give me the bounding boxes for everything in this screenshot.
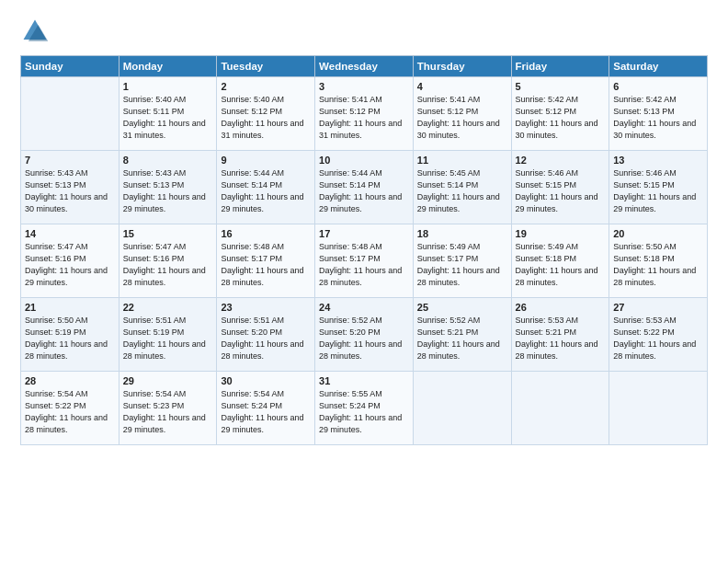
day-info: Sunrise: 5:41 AMSunset: 5:12 PMDaylight:… — [417, 94, 507, 142]
day-number: 23 — [221, 302, 311, 313]
day-number: 25 — [417, 302, 507, 313]
calendar-cell: 26Sunrise: 5:53 AMSunset: 5:21 PMDayligh… — [511, 298, 609, 372]
calendar-cell: 21Sunrise: 5:50 AMSunset: 5:19 PMDayligh… — [21, 298, 119, 372]
calendar-cell: 12Sunrise: 5:46 AMSunset: 5:15 PMDayligh… — [511, 151, 609, 224]
day-info: Sunrise: 5:40 AMSunset: 5:11 PMDaylight:… — [123, 94, 213, 142]
day-number: 28 — [25, 375, 115, 386]
calendar-cell: 4Sunrise: 5:41 AMSunset: 5:12 PMDaylight… — [413, 77, 511, 151]
day-info: Sunrise: 5:48 AMSunset: 5:17 PMDaylight:… — [221, 241, 311, 289]
day-number: 27 — [613, 302, 703, 313]
day-number: 31 — [319, 375, 409, 386]
day-number: 20 — [613, 228, 703, 239]
day-info: Sunrise: 5:45 AMSunset: 5:14 PMDaylight:… — [417, 167, 507, 215]
calendar-cell: 17Sunrise: 5:48 AMSunset: 5:17 PMDayligh… — [315, 224, 414, 298]
day-info: Sunrise: 5:53 AMSunset: 5:21 PMDaylight:… — [516, 315, 606, 362]
calendar-cell: 7Sunrise: 5:43 AMSunset: 5:13 PMDaylight… — [21, 151, 119, 224]
calendar-cell — [413, 372, 511, 445]
calendar-cell: 8Sunrise: 5:43 AMSunset: 5:13 PMDaylight… — [119, 151, 217, 224]
day-number: 24 — [319, 302, 409, 313]
calendar-cell: 15Sunrise: 5:47 AMSunset: 5:16 PMDayligh… — [119, 224, 217, 298]
calendar-cell: 25Sunrise: 5:52 AMSunset: 5:21 PMDayligh… — [413, 298, 511, 372]
day-info: Sunrise: 5:47 AMSunset: 5:16 PMDaylight:… — [25, 241, 115, 289]
calendar-cell: 5Sunrise: 5:42 AMSunset: 5:12 PMDaylight… — [511, 77, 609, 151]
day-header: Tuesday — [217, 56, 315, 77]
day-info: Sunrise: 5:53 AMSunset: 5:22 PMDaylight:… — [613, 315, 703, 362]
day-number: 21 — [25, 302, 115, 313]
day-number: 18 — [417, 228, 507, 239]
calendar-week-row: 21Sunrise: 5:50 AMSunset: 5:19 PMDayligh… — [21, 298, 708, 372]
day-number: 17 — [319, 228, 409, 239]
day-info: Sunrise: 5:50 AMSunset: 5:19 PMDaylight:… — [25, 315, 115, 362]
day-number: 1 — [123, 81, 213, 92]
day-info: Sunrise: 5:42 AMSunset: 5:13 PMDaylight:… — [613, 94, 703, 142]
day-number: 11 — [417, 155, 507, 166]
header-row: SundayMondayTuesdayWednesdayThursdayFrid… — [21, 56, 708, 77]
day-info: Sunrise: 5:48 AMSunset: 5:17 PMDaylight:… — [319, 241, 409, 289]
calendar-cell: 2Sunrise: 5:40 AMSunset: 5:12 PMDaylight… — [217, 77, 315, 151]
day-info: Sunrise: 5:55 AMSunset: 5:24 PMDaylight:… — [319, 388, 409, 436]
day-info: Sunrise: 5:54 AMSunset: 5:22 PMDaylight:… — [25, 388, 115, 436]
calendar-cell: 31Sunrise: 5:55 AMSunset: 5:24 PMDayligh… — [315, 372, 414, 445]
day-info: Sunrise: 5:49 AMSunset: 5:17 PMDaylight:… — [417, 241, 507, 289]
calendar-cell: 6Sunrise: 5:42 AMSunset: 5:13 PMDaylight… — [609, 77, 708, 151]
day-number: 5 — [516, 81, 606, 92]
day-number: 14 — [25, 228, 115, 239]
calendar-cell: 1Sunrise: 5:40 AMSunset: 5:11 PMDaylight… — [119, 77, 217, 151]
day-number: 15 — [123, 228, 213, 239]
calendar-cell: 11Sunrise: 5:45 AMSunset: 5:14 PMDayligh… — [413, 151, 511, 224]
day-info: Sunrise: 5:47 AMSunset: 5:16 PMDaylight:… — [123, 241, 213, 289]
calendar-cell: 3Sunrise: 5:41 AMSunset: 5:12 PMDaylight… — [315, 77, 414, 151]
calendar-week-row: 28Sunrise: 5:54 AMSunset: 5:22 PMDayligh… — [21, 372, 708, 445]
day-number: 2 — [221, 81, 311, 92]
calendar-cell: 14Sunrise: 5:47 AMSunset: 5:16 PMDayligh… — [21, 224, 119, 298]
day-info: Sunrise: 5:44 AMSunset: 5:14 PMDaylight:… — [319, 167, 409, 215]
calendar-cell: 16Sunrise: 5:48 AMSunset: 5:17 PMDayligh… — [217, 224, 315, 298]
day-info: Sunrise: 5:43 AMSunset: 5:13 PMDaylight:… — [123, 167, 213, 215]
day-header: Sunday — [21, 56, 119, 77]
day-info: Sunrise: 5:46 AMSunset: 5:15 PMDaylight:… — [613, 167, 703, 215]
calendar-cell: 9Sunrise: 5:44 AMSunset: 5:14 PMDaylight… — [217, 151, 315, 224]
day-number: 19 — [516, 228, 606, 239]
calendar-cell: 13Sunrise: 5:46 AMSunset: 5:15 PMDayligh… — [609, 151, 708, 224]
calendar-cell: 20Sunrise: 5:50 AMSunset: 5:18 PMDayligh… — [609, 224, 708, 298]
day-info: Sunrise: 5:46 AMSunset: 5:15 PMDaylight:… — [516, 167, 606, 215]
day-number: 4 — [417, 81, 507, 92]
day-info: Sunrise: 5:40 AMSunset: 5:12 PMDaylight:… — [221, 94, 311, 142]
calendar-cell: 10Sunrise: 5:44 AMSunset: 5:14 PMDayligh… — [315, 151, 414, 224]
day-header: Monday — [119, 56, 217, 77]
day-number: 26 — [516, 302, 606, 313]
day-number: 7 — [25, 155, 115, 166]
calendar-cell: 28Sunrise: 5:54 AMSunset: 5:22 PMDayligh… — [21, 372, 119, 445]
day-header: Friday — [511, 56, 609, 77]
day-number: 16 — [221, 228, 311, 239]
day-info: Sunrise: 5:50 AMSunset: 5:18 PMDaylight:… — [613, 241, 703, 289]
calendar-week-row: 1Sunrise: 5:40 AMSunset: 5:11 PMDaylight… — [21, 77, 708, 151]
calendar-week-row: 14Sunrise: 5:47 AMSunset: 5:16 PMDayligh… — [21, 224, 708, 298]
calendar-cell: 22Sunrise: 5:51 AMSunset: 5:19 PMDayligh… — [119, 298, 217, 372]
day-info: Sunrise: 5:52 AMSunset: 5:21 PMDaylight:… — [417, 315, 507, 362]
day-number: 9 — [221, 155, 311, 166]
logo-icon — [20, 17, 50, 46]
day-number: 13 — [613, 155, 703, 166]
calendar-cell: 18Sunrise: 5:49 AMSunset: 5:17 PMDayligh… — [413, 224, 511, 298]
day-header: Thursday — [413, 56, 511, 77]
day-number: 10 — [319, 155, 409, 166]
calendar-cell: 19Sunrise: 5:49 AMSunset: 5:18 PMDayligh… — [511, 224, 609, 298]
day-info: Sunrise: 5:41 AMSunset: 5:12 PMDaylight:… — [319, 94, 409, 142]
calendar-cell: 29Sunrise: 5:54 AMSunset: 5:23 PMDayligh… — [119, 372, 217, 445]
day-info: Sunrise: 5:52 AMSunset: 5:20 PMDaylight:… — [319, 315, 409, 362]
calendar-table: SundayMondayTuesdayWednesdayThursdayFrid… — [20, 55, 708, 445]
day-number: 8 — [123, 155, 213, 166]
calendar-cell: 23Sunrise: 5:51 AMSunset: 5:20 PMDayligh… — [217, 298, 315, 372]
day-number: 30 — [221, 375, 311, 386]
page: SundayMondayTuesdayWednesdayThursdayFrid… — [0, 0, 728, 563]
calendar-cell: 30Sunrise: 5:54 AMSunset: 5:24 PMDayligh… — [217, 372, 315, 445]
day-info: Sunrise: 5:44 AMSunset: 5:14 PMDaylight:… — [221, 167, 311, 215]
header — [20, 17, 708, 46]
day-info: Sunrise: 5:54 AMSunset: 5:24 PMDaylight:… — [221, 388, 311, 436]
day-number: 3 — [319, 81, 409, 92]
calendar-cell — [511, 372, 609, 445]
day-number: 12 — [516, 155, 606, 166]
day-header: Wednesday — [315, 56, 414, 77]
calendar-week-row: 7Sunrise: 5:43 AMSunset: 5:13 PMDaylight… — [21, 151, 708, 224]
